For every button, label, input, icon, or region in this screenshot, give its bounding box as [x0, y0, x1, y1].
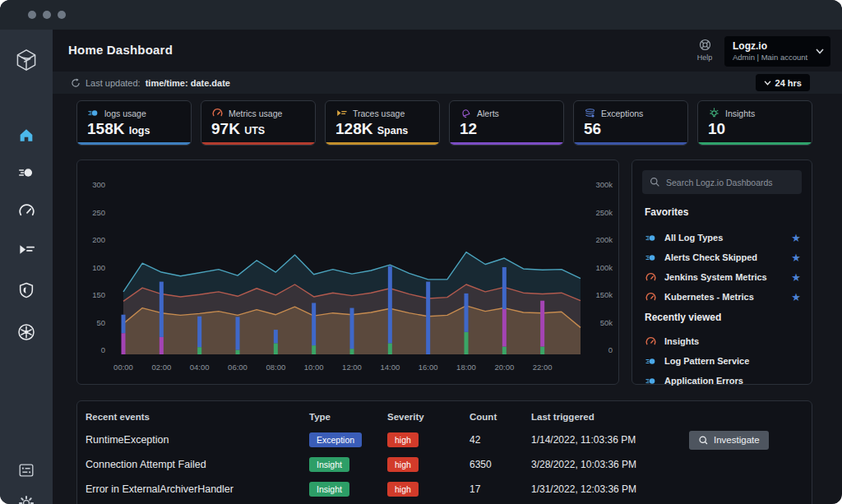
window-dot-1[interactable] [28, 11, 36, 19]
star-icon[interactable]: ★ [791, 271, 801, 284]
stat-unit: Spans [377, 125, 409, 136]
severity-badge: high [387, 457, 419, 472]
stat-accent-bar [574, 142, 687, 145]
stat-accent-bar [77, 142, 191, 145]
gauge-icon [645, 291, 657, 303]
sidebar-item-logs-icon[interactable] [16, 162, 37, 183]
svg-text:12:00: 12:00 [342, 363, 362, 372]
stat-card-traces-usage[interactable]: Traces usage 128K Spans [325, 100, 440, 146]
recent-item[interactable]: Insights [645, 333, 801, 349]
insights-bulb-icon [708, 107, 720, 119]
axis-tick: 0 [82, 345, 105, 354]
gauge-icon [645, 335, 657, 348]
usage-chart-svg[interactable]: 00:0002:0004:0006:0008:0010:0012:0014:00… [110, 169, 594, 376]
event-count: 17 [470, 483, 531, 495]
time-range-button[interactable]: 24 hrs [756, 74, 810, 91]
recent-item-label: Log Pattern Service [664, 356, 801, 366]
help-button[interactable]: Help [693, 38, 716, 62]
search-placeholder: Search Logz.io Dashboards [666, 178, 773, 187]
refresh-icon[interactable] [71, 78, 81, 88]
usage-chart-panel: 300250200100150500 300k250k200k100k150k5… [76, 160, 619, 385]
account-subtitle: Admin | Main account [733, 53, 822, 62]
sidebar-item-kubernetes-icon[interactable] [16, 321, 37, 343]
favorite-item[interactable]: Kubernetes - Metrics ★ [645, 289, 801, 305]
chevron-down-icon [816, 49, 824, 54]
star-icon[interactable]: ★ [791, 232, 801, 244]
event-row[interactable]: Error in ExternalArchiverHandler Insight… [77, 479, 812, 500]
logs-icon [87, 107, 99, 119]
investigate-button[interactable]: Investigate [689, 431, 769, 450]
recent-item-label: Application Errors [664, 376, 801, 386]
stat-label: Exceptions [601, 109, 643, 118]
events-title: Recent events [86, 412, 309, 422]
favorite-item[interactable]: Jenkins System Metrics ★ [645, 269, 801, 285]
severity-badge: high [387, 432, 419, 447]
sidebar-item-metrics-icon[interactable] [16, 200, 37, 221]
star-icon[interactable]: ★ [791, 252, 801, 264]
col-count: Count [470, 412, 531, 422]
page-title: Home Dashboard [68, 43, 173, 57]
logs-icon [645, 355, 657, 368]
window-dot-2[interactable] [43, 11, 51, 19]
dashboard-search-input[interactable]: Search Logz.io Dashboards [642, 170, 802, 194]
stat-card-exceptions[interactable]: Exceptions 56 [573, 100, 688, 146]
stat-card-insights[interactable]: Insights 10 [697, 100, 812, 146]
svg-text:18:00: 18:00 [456, 363, 476, 372]
recent-item-label: Insights [664, 336, 801, 346]
svg-text:00:00: 00:00 [113, 363, 133, 372]
stat-cards-row: logs usage 158K logs Metrics usage 97K U… [76, 100, 812, 146]
stat-label: Insights [725, 109, 755, 118]
sidebar-item-traces-icon[interactable] [16, 238, 37, 260]
axis-tick: 150 [82, 290, 105, 299]
favorite-item[interactable]: Alerts Check Skipped ★ [645, 249, 801, 266]
svg-text:06:00: 06:00 [228, 363, 248, 372]
svg-text:04:00: 04:00 [190, 363, 210, 372]
account-menu[interactable]: Logz.io Admin | Main account [724, 36, 830, 67]
svg-text:08:00: 08:00 [266, 363, 285, 372]
stat-value: 10 [708, 120, 725, 137]
stat-unit: UTS [244, 125, 265, 136]
stat-value: 12 [460, 120, 477, 137]
stat-card-alerts[interactable]: Alerts 12 [449, 100, 564, 146]
logs-icon [645, 232, 657, 244]
stat-card-logs-usage[interactable]: logs usage 158K logs [76, 100, 192, 146]
stat-label: logs usage [104, 109, 146, 118]
stat-label: Metrics usage [229, 109, 282, 118]
event-row[interactable]: RuntimeException Exception high 42 1/14/… [77, 429, 812, 451]
app-window: Home Dashboard Help Logz.io Admin | Main… [0, 0, 842, 504]
favorite-item-label: Kubernetes - Metrics [664, 292, 784, 302]
sidebar-item-settings-icon[interactable] [16, 492, 37, 504]
type-badge: Insight [309, 457, 349, 472]
recent-item[interactable]: Application Errors [645, 372, 801, 389]
favorite-item-label: Alerts Check Skipped [664, 252, 784, 262]
event-name: RuntimeException [86, 434, 309, 446]
investigate-label: Investigate [714, 435, 760, 445]
type-badge: Exception [309, 432, 362, 447]
event-row[interactable]: Connection Attempt Failed Insight high 6… [77, 454, 812, 475]
star-icon[interactable]: ★ [791, 291, 801, 303]
window-dot-3[interactable] [58, 11, 66, 19]
sidebar-item-dashboards-icon[interactable] [16, 460, 37, 481]
col-last-triggered: Last triggered [531, 412, 689, 422]
event-count: 42 [470, 434, 531, 446]
axis-tick: 100 [82, 263, 105, 272]
exceptions-icon [584, 107, 596, 119]
stat-accent-bar [201, 142, 315, 145]
window-titlebar [0, 0, 842, 30]
stat-label: Traces usage [353, 109, 405, 118]
stat-card-metrics-usage[interactable]: Metrics usage 97K UTS [201, 100, 316, 146]
recent-item[interactable]: Log Pattern Service [645, 353, 801, 369]
gauge-icon [211, 107, 224, 119]
sidebar-item-security-icon[interactable] [16, 280, 37, 301]
favorite-item[interactable]: All Log Types ★ [645, 229, 801, 246]
favorites-title: Favorites [645, 206, 688, 218]
event-last-triggered: 1/31/2022, 12:03:36 PM [531, 483, 689, 495]
col-severity: Severity [387, 412, 470, 422]
recent-events-panel: Recent events Type Severity Count Last t… [76, 400, 812, 504]
account-org: Logz.io [733, 40, 822, 52]
event-name: Error in ExternalArchiverHandler [86, 483, 309, 495]
sidebar-item-home-icon[interactable] [16, 124, 37, 146]
event-name: Connection Attempt Failed [86, 459, 309, 470]
traces-icon [335, 107, 348, 119]
favorites-panel: Search Logz.io Dashboards Favorites All … [632, 160, 812, 385]
